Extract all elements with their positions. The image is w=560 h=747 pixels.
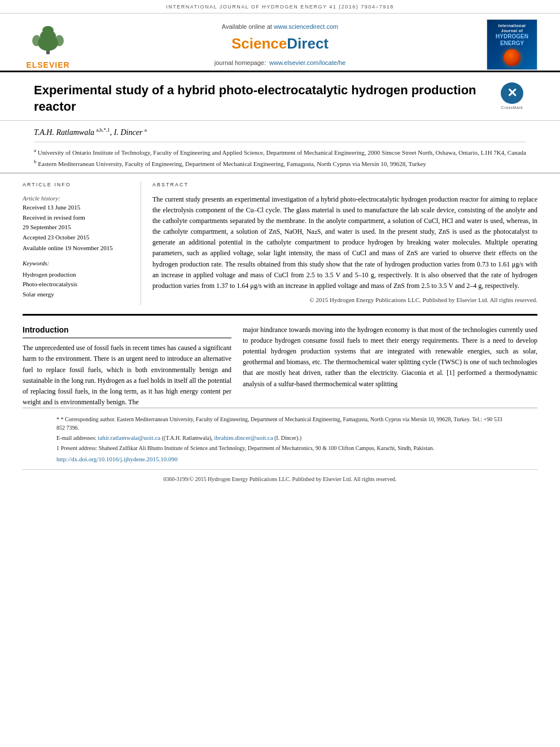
svg-point-3	[42, 26, 54, 35]
article-title-section: Experimental study of a hybrid photo-ele…	[0, 72, 560, 121]
article-title: Experimental study of a hybrid photo-ele…	[34, 82, 498, 115]
authors-line: T.A.H. Ratlamwala a,b,*,1, I. Dincer a	[34, 126, 526, 138]
crossmark-circle: ✕	[501, 82, 523, 104]
svg-point-4	[32, 35, 41, 46]
abstract-column: ABSTRACT The current study presents an e…	[152, 181, 537, 305]
corresponding-author-note: * * Corresponding author. Eastern Medite…	[56, 415, 504, 432]
introduction-title: Introduction	[23, 325, 231, 339]
available-online-date: Available online 19 November 2015	[23, 243, 133, 253]
article-info-abstract-section: ARTICLE INFO Article history: Received 1…	[0, 173, 560, 305]
elsevier-tree-icon	[23, 19, 73, 59]
abstract-copyright: © 2015 Hydrogen Energy Publications LLC.…	[152, 296, 537, 304]
doi-line: http://dx.doi.org/10.1016/j.ijhydene.201…	[56, 455, 504, 464]
affil-superscript-2: a	[145, 127, 147, 133]
abstract-text: The current study presents an experiment…	[152, 194, 537, 292]
sciencedirect-logo: ScienceDirect	[96, 33, 464, 54]
revised-date: Received in revised form29 September 201…	[23, 213, 133, 231]
elsevier-wordmark: ELSEVIER	[26, 60, 69, 71]
accepted-date: Accepted 23 October 2015	[23, 233, 133, 242]
journal-banner: INTERNATIONAL JOURNAL OF HYDROGEN ENERGY…	[0, 0, 560, 14]
journal-info-center: Available online at www.sciencedirect.co…	[85, 23, 475, 67]
email-note: E-mail addresses: tahir.ratlamwala@uoit.…	[56, 433, 504, 443]
introduction-section: Introduction The unprecedented use of fo…	[0, 316, 560, 408]
crossmark-symbol: ✕	[507, 85, 517, 102]
journal-cover-image: International Journal of HYDROGEN ENERGY	[487, 19, 537, 70]
intro-left-column: Introduction The unprecedented use of fo…	[23, 325, 231, 408]
intro-left-text: The unprecedented use of fossil fuels in…	[23, 343, 231, 408]
email-1-link[interactable]: tahir.ratlamwala@uoit.ca	[98, 434, 160, 441]
svg-point-5	[55, 35, 64, 46]
crossmark-label: CrossMark	[501, 105, 523, 111]
intro-right-column: major hindrance towards moving into the …	[243, 325, 537, 408]
crossmark-badge[interactable]: ✕ CrossMark	[498, 82, 526, 111]
page-header: ELSEVIER Available online at www.science…	[0, 14, 560, 73]
footer-divider	[23, 469, 537, 470]
affiliation-1: a University of Ontario Institute of Tec…	[34, 147, 526, 157]
journal-homepage-line: journal homepage: www.elsevier.com/locat…	[96, 59, 464, 67]
present-address-note: 1 Present address: Shaheed Zulfikar Ali …	[56, 444, 504, 452]
elsevier-logo: ELSEVIER	[23, 19, 73, 71]
intro-right-text: major hindrance towards moving into the …	[243, 325, 537, 390]
email-2-link[interactable]: ibrahim.dincer@uoit.ca	[214, 434, 273, 441]
available-online-text: Available online at www.sciencedirect.co…	[96, 23, 464, 31]
elsevier-logo-section: ELSEVIER	[11, 19, 85, 71]
banner-text: INTERNATIONAL JOURNAL OF HYDROGEN ENERGY…	[166, 4, 394, 10]
article-info-label: ARTICLE INFO	[23, 181, 133, 189]
journal-cover-section: International Journal of HYDROGEN ENERGY	[475, 19, 549, 70]
keyword-3: Solar energy	[23, 290, 133, 300]
author-name-1: T.A.H. Ratlamwala	[34, 128, 94, 137]
author-name-2: I. Dincer	[114, 128, 143, 137]
keyword-2: Photo-electrocatalysis	[23, 279, 133, 290]
footnotes-section: * * Corresponding author. Eastern Medite…	[23, 408, 537, 469]
authors-section: T.A.H. Ratlamwala a,b,*,1, I. Dincer a a…	[0, 121, 560, 173]
affiliation-2: b Eastern Mediterranean University, Facu…	[34, 158, 526, 168]
journal-cover-orb	[504, 49, 520, 66]
bottom-copyright: 0360-3199/© 2015 Hydrogen Energy Publica…	[0, 473, 560, 488]
article-info-column: ARTICLE INFO Article history: Received 1…	[23, 181, 141, 305]
affil-superscript-1: a,b,*,1	[97, 127, 110, 133]
keyword-1: Hydrogen production	[23, 270, 133, 280]
keywords-label: Keywords:	[23, 259, 133, 268]
sciencedirect-url[interactable]: www.sciencedirect.com	[274, 23, 338, 30]
journal-homepage-url[interactable]: www.elsevier.com/locate/he	[269, 59, 345, 66]
abstract-label: ABSTRACT	[152, 181, 537, 189]
received-date: Received 13 June 2015	[23, 203, 133, 212]
article-history-label: Article history:	[23, 194, 133, 203]
doi-link[interactable]: http://dx.doi.org/10.1016/j.ijhydene.201…	[56, 456, 178, 462]
affiliations-block: a University of Ontario Institute of Tec…	[34, 142, 526, 168]
